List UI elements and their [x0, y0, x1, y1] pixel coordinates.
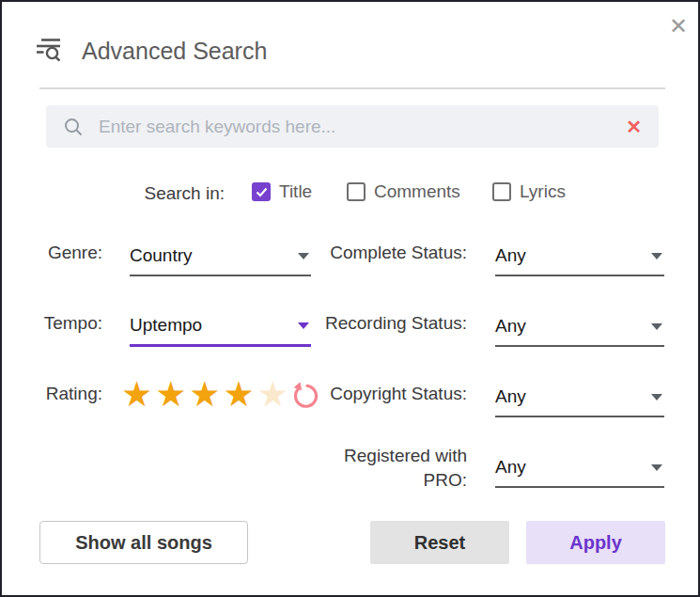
tempo-dropdown[interactable]: Uptempo: [130, 306, 311, 347]
star-4[interactable]: ★: [224, 375, 255, 415]
close-button[interactable]: ✕: [660, 8, 697, 45]
chevron-down-icon: [298, 322, 309, 329]
registered-with-pro-value: Any: [495, 457, 526, 478]
show-all-songs-button[interactable]: Show all songs: [39, 521, 248, 564]
search-in-label: Search in:: [2, 183, 225, 204]
registered-with-pro-label: Registered with PRO:: [331, 444, 467, 493]
clear-search-button[interactable]: ✕: [622, 116, 646, 138]
search-input[interactable]: [97, 116, 609, 138]
checkbox-title[interactable]: [252, 182, 271, 201]
reset-button[interactable]: Reset: [370, 521, 509, 564]
star-3[interactable]: ★: [189, 375, 220, 415]
star-1[interactable]: ★: [121, 375, 152, 415]
title-divider: [39, 87, 665, 89]
checkbox-group-lyrics[interactable]: Lyrics: [492, 181, 566, 202]
chevron-down-icon: [298, 253, 309, 259]
chevron-down-icon: [651, 253, 662, 259]
checkbox-title-label[interactable]: Title: [279, 181, 312, 202]
genre-label: Genre:: [2, 243, 102, 263]
advanced-search-dialog: Advanced Search ✕ ✕ Search in: Title: [0, 0, 700, 597]
checkbox-lyrics-label[interactable]: Lyrics: [520, 181, 566, 202]
chevron-down-icon: [651, 464, 662, 471]
tempo-label: Tempo:: [2, 313, 102, 334]
star-2[interactable]: ★: [155, 375, 186, 415]
tempo-value: Uptempo: [130, 315, 202, 336]
chevron-down-icon: [651, 323, 662, 330]
checkbox-group-title[interactable]: Title: [252, 181, 312, 202]
complete-status-value: Any: [495, 245, 526, 266]
recording-status-label: Recording Status:: [284, 313, 467, 334]
copyright-status-dropdown[interactable]: Any: [495, 378, 664, 417]
clear-x-icon: ✕: [626, 117, 642, 137]
filter-search-icon: [34, 36, 62, 64]
search-icon: [63, 117, 84, 137]
check-icon: [256, 187, 268, 197]
checkbox-comments[interactable]: [347, 182, 366, 201]
genre-value: Country: [130, 245, 193, 266]
recording-status-dropdown[interactable]: Any: [495, 307, 664, 347]
checkbox-comments-label[interactable]: Comments: [374, 181, 460, 202]
rating-label: Rating:: [2, 384, 102, 404]
reset-label: Reset: [414, 532, 465, 554]
recording-status-value: Any: [495, 316, 526, 337]
apply-label: Apply: [569, 532, 622, 554]
chevron-down-icon: [651, 394, 662, 401]
checkbox-group-comments[interactable]: Comments: [347, 181, 460, 202]
search-box[interactable]: ✕: [46, 105, 659, 148]
complete-status-dropdown[interactable]: Any: [495, 237, 664, 276]
registered-with-pro-dropdown[interactable]: Any: [495, 448, 664, 488]
apply-button[interactable]: Apply: [526, 521, 665, 564]
close-icon: ✕: [669, 13, 688, 39]
checkbox-lyrics[interactable]: [492, 182, 511, 201]
rotate-ccw-icon: [289, 381, 319, 411]
genre-dropdown[interactable]: Country: [130, 237, 311, 276]
complete-status-label: Complete Status:: [284, 243, 467, 263]
rating-reset-button[interactable]: [289, 381, 319, 411]
star-5[interactable]: ★: [257, 375, 288, 415]
rating-stars[interactable]: ★★★★★: [121, 375, 288, 415]
show-all-songs-label: Show all songs: [75, 532, 212, 554]
copyright-status-value: Any: [495, 386, 526, 407]
page-title: Advanced Search: [82, 38, 267, 65]
